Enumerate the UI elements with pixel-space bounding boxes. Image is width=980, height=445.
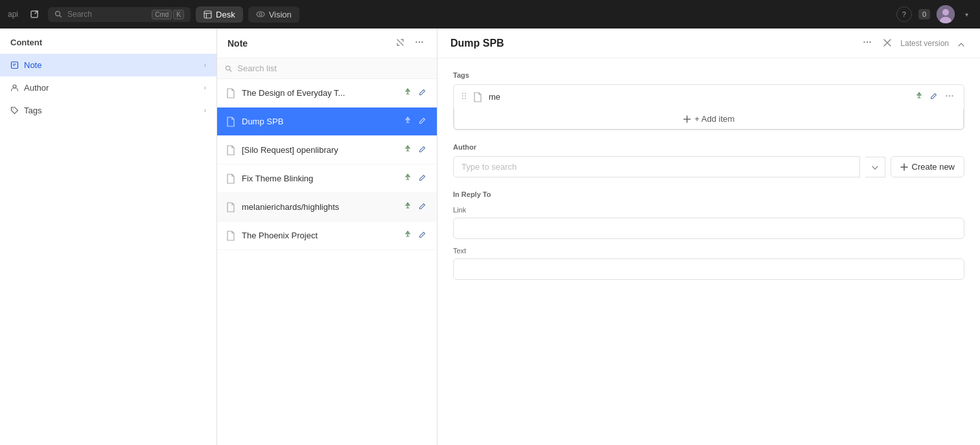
note-item-title-3: [Silo Request] openlibrary	[242, 145, 396, 155]
pin-icon-5	[404, 202, 411, 210]
avatar-image	[937, 5, 955, 23]
doc-icon-active	[226, 117, 235, 127]
note-search-input[interactable]	[237, 63, 429, 73]
user-number: 0	[918, 9, 930, 19]
note-item-pin-btn-5[interactable]	[402, 201, 413, 213]
note-panel-more-btn[interactable]	[412, 36, 426, 50]
tag-edit-btn[interactable]	[928, 90, 939, 104]
svg-point-9	[942, 9, 949, 16]
note-list-item-6[interactable]: The Phoenix Project	[217, 222, 437, 250]
kbd-k: K	[173, 10, 184, 19]
sidebar-item-note[interactable]: Note ›	[0, 54, 216, 76]
note-list-item[interactable]: The Design of Everyday T...	[217, 79, 437, 108]
note-item-title: The Design of Everyday T...	[242, 88, 396, 98]
svg-point-7	[259, 13, 262, 16]
svg-point-15	[12, 108, 14, 109]
tags-section-label: Tags	[453, 71, 964, 79]
note-list-item-active[interactable]: Dump SPB	[217, 108, 437, 136]
add-item-button[interactable]: + Add item	[454, 109, 964, 130]
svg-point-33	[949, 95, 950, 97]
tag-more-btn[interactable]	[943, 90, 956, 104]
sidebar-header: Content	[0, 29, 216, 54]
svg-point-22	[867, 41, 868, 43]
note-item-pin-btn-6[interactable]	[402, 229, 413, 242]
detail-header: Dump SPB Latest version	[438, 29, 980, 58]
tab-desk[interactable]: Desk	[196, 6, 243, 23]
detail-more-btn[interactable]	[860, 36, 874, 50]
desk-icon	[204, 10, 212, 19]
author-section-label: Author	[453, 143, 964, 151]
pin-icon-4	[404, 174, 411, 181]
svg-point-26	[462, 93, 463, 94]
note-item-pin-btn-3[interactable]	[402, 144, 413, 156]
note-list-item-5[interactable]: melanierichards/highlights	[217, 193, 437, 222]
create-new-button[interactable]: Create new	[891, 156, 964, 177]
note-item-edit-btn-3[interactable]	[417, 144, 428, 156]
link-field-label: Link	[453, 206, 964, 214]
svg-point-29	[465, 95, 466, 97]
note-item-pin-btn[interactable]	[402, 87, 413, 99]
avatar[interactable]	[937, 5, 955, 23]
reply-to-section-label: In Reply To	[453, 190, 964, 198]
note-panel-expand-btn[interactable]	[393, 37, 407, 50]
pin-icon-6	[404, 231, 411, 238]
sidebar-item-note-label: Note	[24, 60, 41, 70]
note-search-bar[interactable]	[217, 58, 437, 79]
note-list-item-4[interactable]: Fix Theme Blinking	[217, 165, 437, 193]
tag-pin-btn[interactable]	[914, 90, 924, 104]
note-item-edit-btn[interactable]	[417, 87, 428, 99]
author-search-input[interactable]	[453, 156, 860, 177]
note-item-actions-6	[402, 229, 428, 242]
note-item-edit-btn-6[interactable]	[417, 230, 428, 242]
detail-panel: Dump SPB Latest version	[438, 29, 980, 445]
author-input-row: Create new	[453, 156, 964, 177]
edit-icon-3	[419, 146, 426, 153]
chevron-right-icon-2: ›	[204, 84, 206, 91]
sidebar-item-tags[interactable]: Tags ›	[0, 99, 216, 122]
tab-vision-label: Vision	[269, 10, 292, 19]
add-icon	[683, 115, 691, 123]
pin-icon-3	[404, 145, 411, 153]
svg-point-28	[462, 95, 463, 97]
user-expand-button[interactable]: ▾	[961, 8, 972, 21]
expand-icon	[396, 38, 404, 47]
help-button[interactable]: ?	[896, 6, 912, 22]
sidebar-item-author[interactable]: Author ›	[0, 76, 216, 99]
global-search-bar[interactable]: Search Cmd K	[48, 7, 191, 22]
tab-desk-label: Desk	[216, 10, 235, 19]
tab-vision[interactable]: Vision	[248, 6, 299, 23]
note-item-edit-btn-5[interactable]	[417, 201, 428, 213]
new-tab-button[interactable]	[26, 7, 43, 21]
add-item-label: + Add item	[695, 114, 735, 124]
edit-icon-active	[419, 117, 426, 124]
link-input[interactable]	[453, 218, 964, 239]
search-placeholder-text: Search	[67, 10, 92, 19]
detail-close-btn[interactable]	[881, 37, 894, 50]
note-icon	[10, 61, 19, 69]
note-list-item-3[interactable]: [Silo Request] openlibrary	[217, 136, 437, 165]
text-input[interactable]	[453, 258, 964, 280]
detail-body: Tags	[438, 58, 980, 445]
link-section: Link	[453, 206, 964, 239]
sidebar-item-tags-label: Tags	[24, 106, 41, 115]
reply-section: In Reply To Link Text	[453, 190, 964, 280]
version-expand-btn[interactable]	[955, 37, 967, 50]
drag-handle-icon[interactable]	[461, 92, 467, 102]
tag-edit-icon	[930, 93, 937, 100]
tags-section: Tags	[453, 71, 964, 130]
note-list: The Design of Everyday T...	[217, 79, 437, 445]
sidebar: Content Note › Author ›	[0, 29, 217, 445]
note-item-pin-btn-4[interactable]	[402, 172, 413, 185]
note-item-edit-btn-active[interactable]	[417, 116, 428, 128]
sidebar-item-author-label: Author	[24, 83, 49, 93]
topnav-right: ? 0 ▾	[896, 5, 972, 23]
doc-icon-3	[226, 145, 235, 155]
note-item-edit-btn-4[interactable]	[417, 173, 428, 185]
create-new-icon	[900, 163, 908, 171]
note-panel-title: Note	[228, 38, 248, 49]
chevron-right-icon-3: ›	[204, 107, 206, 114]
svg-line-20	[229, 69, 231, 71]
note-item-pin-btn-active[interactable]	[402, 115, 413, 128]
author-dropdown-btn[interactable]	[865, 157, 885, 177]
close-icon	[883, 39, 891, 47]
